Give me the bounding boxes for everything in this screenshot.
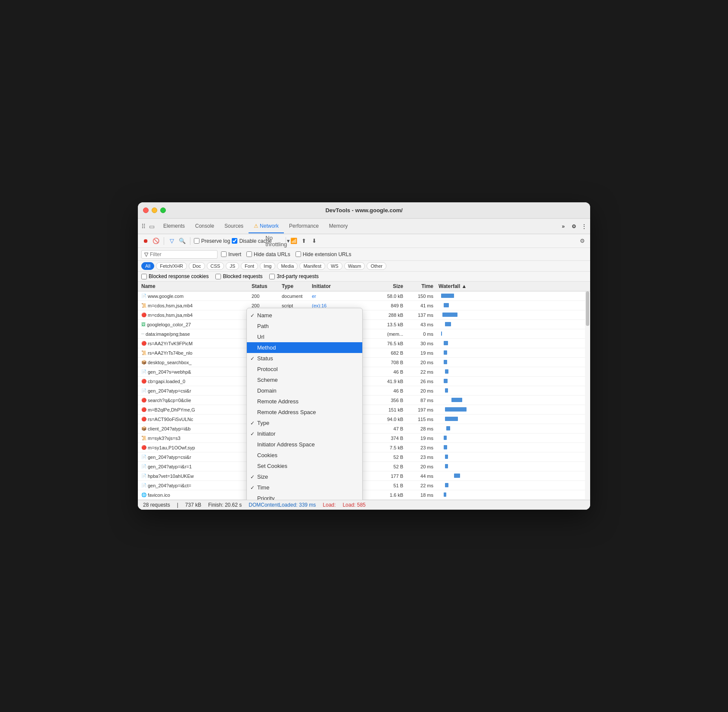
type-btn-wasm[interactable]: Wasm bbox=[344, 262, 365, 270]
menu-item-set-cookies[interactable]: Set Cookies bbox=[247, 461, 362, 471]
tab-network[interactable]: ⚠Network bbox=[249, 220, 284, 233]
menu-item-size[interactable]: Size bbox=[247, 471, 362, 482]
scrollbar-area[interactable] bbox=[585, 291, 590, 500]
hide-data-urls-checkbox[interactable]: Hide data URLs bbox=[246, 251, 290, 257]
filter-input[interactable] bbox=[150, 251, 215, 257]
table-row[interactable]: 📄 www.google.com 200 document er 58.0 kB… bbox=[138, 291, 590, 301]
more-options-icon[interactable]: ⋮ bbox=[582, 223, 587, 229]
scrollbar-thumb[interactable] bbox=[586, 291, 589, 326]
preserve-log-checkbox[interactable]: Preserve log bbox=[194, 238, 230, 244]
table-row[interactable]: 📄 gen_204?s=webhp& 204 fetch (ex):11 46 … bbox=[138, 367, 590, 377]
table-row[interactable]: 🔴 m=sy1au,P1OOwf,syp 200 script dos,hsm,… bbox=[138, 443, 590, 452]
row-name: gen_204?atyp=i&ct= bbox=[148, 483, 191, 488]
row-waterfall bbox=[435, 407, 590, 412]
col-header-size[interactable]: Size bbox=[370, 283, 405, 289]
third-party-checkbox[interactable]: 3rd-party requests bbox=[269, 273, 318, 279]
type-btn-manifest[interactable]: Manifest bbox=[299, 262, 325, 270]
table-row[interactable]: 📄 hpba?vet=10ahUKEw 200 document 2qlPe,D… bbox=[138, 471, 590, 481]
toolbar-sep-1 bbox=[164, 237, 164, 245]
filter-icon[interactable]: ▽ bbox=[168, 237, 176, 245]
menu-item-type[interactable]: Type bbox=[247, 418, 362, 428]
row-icon: 📜 bbox=[141, 350, 146, 355]
menu-item-url[interactable]: Url bbox=[247, 331, 362, 342]
table-row[interactable]: 📦 desktop_searchbox_ 200 css (ex):110 70… bbox=[138, 358, 590, 367]
menu-item-priority[interactable]: Priority bbox=[247, 493, 362, 500]
blocked-requests-checkbox[interactable]: Blocked requests bbox=[215, 273, 262, 279]
stop-recording-icon[interactable]: ⏺ bbox=[141, 237, 150, 245]
type-btn-other[interactable]: Other bbox=[367, 262, 386, 270]
tab-console[interactable]: Console bbox=[190, 220, 219, 233]
menu-item-status[interactable]: Status bbox=[247, 353, 362, 364]
menu-item-path[interactable]: Path bbox=[247, 321, 362, 331]
col-header-type[interactable]: Type bbox=[280, 283, 310, 289]
throttle-select[interactable]: No throttling ▾ bbox=[274, 237, 282, 245]
tab-elements[interactable]: Elements bbox=[158, 220, 190, 233]
table-row[interactable]: 🔴 search?q&cp=0&clie 200 fetch dos,hsm,j… bbox=[138, 396, 590, 405]
col-header-name[interactable]: Name bbox=[138, 283, 250, 289]
col-header-status[interactable]: Status bbox=[250, 283, 280, 289]
menu-item-time[interactable]: Time bbox=[247, 482, 362, 493]
table-row[interactable]: 📜 rs=AA2YrTs74be_nlo 200 script (ex):103… bbox=[138, 348, 590, 358]
clear-icon[interactable]: 🚫 bbox=[152, 237, 160, 245]
type-btn-img[interactable]: Img bbox=[260, 262, 275, 270]
table-row[interactable]: 🔴 m=cdos,hsm,jsa,mb4 200 script (ex):17 … bbox=[138, 310, 590, 320]
table-row[interactable]: 📜 m=cdos,hsm,jsa,mb4 200 script (ex):16 … bbox=[138, 301, 590, 310]
table-row[interactable]: 📄 gen_204?atyp=csi&r 204 fetch dos,hsm,j… bbox=[138, 386, 590, 396]
invert-checkbox[interactable]: Invert bbox=[221, 251, 241, 257]
table-row[interactable]: 📦 client_204?atyp=i&b 204 fetch (ex):3 4… bbox=[138, 424, 590, 433]
minimize-button[interactable] bbox=[152, 207, 157, 213]
table-row[interactable]: 📄 gen_204?atyp=csi&r 204 fetch dos,hsm,j… bbox=[138, 452, 590, 462]
upload-icon[interactable]: ⬆ bbox=[300, 237, 308, 245]
table-row[interactable]: 🔴 cb=gapi.loaded_0 200 script A2YrTvK9F … bbox=[138, 377, 590, 386]
wifi-icon[interactable]: 📶 bbox=[289, 237, 298, 245]
col-header-initiator[interactable]: Initiator bbox=[310, 283, 370, 289]
menu-item-initiator-address-space[interactable]: Initiator Address Space bbox=[247, 439, 362, 450]
table-row[interactable]: 🔴 rs=ACT90oFiSvULNc 200 fetch dos,hsm,js… bbox=[138, 415, 590, 424]
col-header-waterfall[interactable]: Waterfall ▲ bbox=[435, 283, 590, 289]
tab-performance[interactable]: Performance bbox=[284, 220, 324, 233]
tab-memory[interactable]: Memory bbox=[324, 220, 353, 233]
row-waterfall bbox=[435, 313, 590, 318]
type-btn-font[interactable]: Font bbox=[241, 262, 258, 270]
network-settings-icon[interactable]: ⚙ bbox=[578, 237, 587, 245]
table-row[interactable]: 🔴 m=B2qlPe,DhPYme,G 200 script dos,hsm,j… bbox=[138, 405, 590, 415]
context-menu[interactable]: NamePathUrlMethodStatusProtocolSchemeDom… bbox=[246, 308, 363, 500]
col-header-time[interactable]: Time bbox=[405, 283, 435, 289]
type-btn-all[interactable]: All bbox=[141, 262, 154, 270]
menu-item-remote-address[interactable]: Remote Address bbox=[247, 396, 362, 407]
menu-item-initiator[interactable]: Initiator bbox=[247, 428, 362, 439]
close-button[interactable] bbox=[143, 207, 149, 213]
filter-input-wrap[interactable]: ▽ bbox=[141, 250, 218, 259]
menu-item-method[interactable]: Method bbox=[247, 342, 362, 353]
blocked-cookies-checkbox[interactable]: Blocked response cookies bbox=[141, 273, 208, 279]
more-tabs-button[interactable]: » ⚙ ⋮ bbox=[562, 223, 587, 229]
search-icon[interactable]: 🔍 bbox=[178, 237, 187, 245]
row-time: 197 ms bbox=[405, 407, 435, 412]
settings-icon[interactable]: ⚙ bbox=[572, 223, 576, 229]
type-btn-js[interactable]: JS bbox=[226, 262, 239, 270]
type-btn-fetch[interactable]: Fetch/XHR bbox=[156, 262, 187, 270]
table-row[interactable]: 🔴 rs=AA2YrTvK9FPicM 200 fetch (ex):103 7… bbox=[138, 339, 590, 348]
menu-item-domain[interactable]: Domain bbox=[247, 385, 362, 396]
menu-item-scheme[interactable]: Scheme bbox=[247, 375, 362, 385]
type-btn-css[interactable]: CSS bbox=[207, 262, 224, 270]
table-row[interactable]: 📄 gen_204?atyp=i&r=1 204 fetch dos,hsm,j… bbox=[138, 462, 590, 471]
hide-ext-urls-checkbox[interactable]: Hide extension URLs bbox=[296, 251, 352, 257]
table-row[interactable]: 📄 gen_204?atyp=i&ct= 204 fetch (ex):3 51… bbox=[138, 481, 590, 490]
download-icon[interactable]: ⬇ bbox=[310, 237, 319, 245]
menu-item-name[interactable]: Name bbox=[247, 310, 362, 321]
type-btn-media[interactable]: Media bbox=[277, 262, 298, 270]
row-time: 43 ms bbox=[405, 322, 435, 327]
type-btn-doc[interactable]: Doc bbox=[189, 262, 205, 270]
table-row[interactable]: ─ data:image/png;base 200 png (ex):106 (… bbox=[138, 329, 590, 339]
table-row[interactable]: 📜 m=syk3?xjs=s3 200 script dos,hsm,jsa 3… bbox=[138, 433, 590, 443]
type-btn-ws[interactable]: WS bbox=[327, 262, 342, 270]
maximize-button[interactable] bbox=[160, 207, 166, 213]
tab-sources[interactable]: Sources bbox=[219, 220, 249, 233]
table-row[interactable]: 🌐 favicon.ico 200 icon er 1.6 kB 18 ms bbox=[138, 490, 590, 500]
menu-item-protocol[interactable]: Protocol bbox=[247, 364, 362, 375]
row-time: 20 ms bbox=[405, 464, 435, 469]
table-row[interactable]: 🖼 googlelogo_color_27 200 png (ex):59 13… bbox=[138, 320, 590, 329]
menu-item-cookies[interactable]: Cookies bbox=[247, 450, 362, 461]
menu-item-remote-address-space[interactable]: Remote Address Space bbox=[247, 407, 362, 418]
